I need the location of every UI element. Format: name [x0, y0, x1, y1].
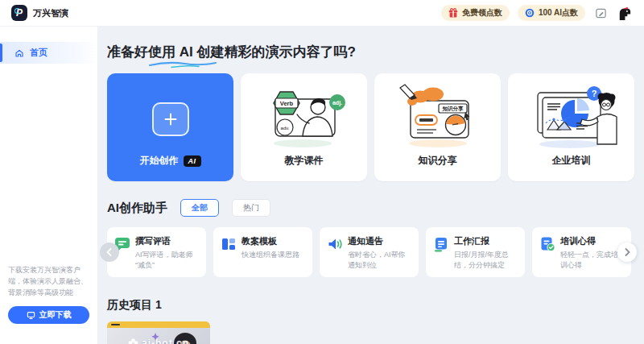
create-card-start-label: 开始创作 AI [140, 154, 201, 168]
download-button-label: 立即下载 [39, 309, 72, 321]
gift-icon [448, 8, 458, 18]
user-avatar[interactable] [616, 5, 633, 22]
create-card-training-label: 企业培训 [552, 154, 591, 168]
assistant-card-desc: 轻轻一点，完成培训心得 [560, 250, 624, 271]
thumbnail-watermark: ai-bot.cn AI工具集 ✦ [107, 321, 210, 344]
speaker-icon [327, 236, 343, 252]
home-icon [14, 48, 24, 58]
assistant-card-desc: 省时省心，AI帮你通知到位 [348, 250, 411, 271]
assistant-card-title: 教案模板 [242, 235, 299, 247]
topbar: P 万兴智演 免费领点数 100 AI点数 [0, 0, 644, 27]
history-project-thumbnail[interactable]: ai-bot.cn AI工具集 ✦ [107, 321, 210, 344]
tag-adv: adv. [280, 126, 289, 131]
ai-points-badge[interactable]: 100 AI点数 [518, 5, 585, 21]
download-promo-text: 下载安装万兴智演客户端，体验演示人景融合、背景消除等高级功能 [8, 265, 89, 299]
assistant-card-work-report[interactable]: 工作汇报 日报/月报/年度总结，分分钟搞定 [426, 227, 525, 277]
assistant-card-desc: AI写评语，助老师“减负” [135, 250, 199, 271]
create-card-teaching-label: 教学课件 [285, 154, 324, 168]
assistant-card-training-notes[interactable]: 培训心得 轻轻一点，完成培训心得 [532, 227, 631, 277]
app-logo-icon: P [11, 5, 27, 21]
download-promo: 下载安装万兴智演客户端，体验演示人景融合、背景消除等高级功能 立即下载 [8, 265, 89, 324]
assistant-card-desc: 快速组织备课思路 [242, 250, 299, 260]
carousel-left-arrow[interactable] [100, 242, 119, 262]
tag-verb: Verb [279, 100, 293, 107]
ai-points-label: 100 AI点数 [539, 7, 578, 19]
training-illustration: ? [522, 81, 621, 152]
knowledge-banner-label: 知识分享 [441, 106, 464, 112]
tag-adj: adj. [332, 100, 341, 106]
sidebar-item-home[interactable]: 首页 [0, 42, 97, 64]
ai-badge: AI [184, 155, 201, 167]
question-bubble-label: ? [591, 89, 597, 98]
teaching-illustration: Verb adv. adj. [255, 81, 353, 152]
knowledge-illustration: 知识分享 [389, 81, 487, 152]
history-section-title: 历史项目 1 [107, 298, 634, 313]
chevron-right-icon [622, 247, 632, 257]
create-card-start[interactable]: 开始创作 AI [107, 73, 233, 181]
start-create-text: 开始创作 [140, 154, 179, 168]
sidebar-item-home-label: 首页 [30, 47, 47, 59]
main-content: 准备好使用 AI 创建精彩的演示内容了吗? 开始创作 [97, 27, 644, 344]
ai-points-coin-icon [525, 8, 535, 18]
carousel-right-arrow[interactable] [617, 242, 637, 262]
assistant-card-title: 通知通告 [348, 235, 411, 247]
layout-grid-icon [221, 236, 237, 252]
assistant-card-notice[interactable]: 通知通告 省时省心，AI帮你通知到位 [320, 227, 419, 277]
feedback-icon[interactable] [593, 6, 608, 20]
create-card-training[interactable]: ? 企业培训 [508, 73, 634, 181]
create-card-teaching[interactable]: Verb adv. adj. 教学课件 [241, 73, 367, 181]
assistant-card-desc: 日报/月报/年度总结，分分钟搞定 [454, 250, 518, 271]
monitor-icon [27, 311, 35, 320]
chevron-left-icon [105, 247, 114, 257]
assistant-section-header: AI创作助手 全部 热门 [107, 199, 634, 217]
report-doc-icon [433, 236, 449, 252]
tab-all[interactable]: 全部 [180, 199, 219, 217]
sidebar: 首页 下载安装万兴智演客户端，体验演示人景融合、背景消除等高级功能 立即下载 [0, 27, 97, 344]
page-headline: 准备好使用 AI 创建精彩的演示内容了吗? [107, 43, 356, 61]
free-points-label: 免费领点数 [462, 7, 502, 19]
assistant-card-title: 撰写评语 [135, 235, 199, 247]
assistant-card-title: 培训心得 [560, 235, 624, 247]
doc-check-icon [539, 236, 555, 252]
free-points-badge[interactable]: 免费领点数 [441, 5, 510, 21]
app-name: 万兴智演 [33, 7, 68, 19]
create-card-row: 开始创作 AI Verb [107, 73, 634, 181]
assistant-card-row: 撰写评语 AI写评语，助老师“减负” 教案模板 快速组织备课思路 [107, 227, 634, 277]
watermark-flower-icon [128, 338, 138, 344]
assistant-card-title: 工作汇报 [454, 235, 518, 247]
download-button[interactable]: 立即下载 [8, 306, 89, 324]
assistant-section-title: AI创作助手 [107, 201, 167, 216]
create-card-knowledge[interactable]: 知识分享 知识分享 [374, 73, 501, 181]
create-card-knowledge-label: 知识分享 [419, 154, 457, 168]
assistant-card-lesson-plan[interactable]: 教案模板 快速组织备课思路 [213, 227, 312, 277]
page-headline-text: 准备好使用 AI 创建精彩的演示内容了吗? [107, 44, 356, 60]
headline-underline-decoration [147, 60, 218, 68]
plus-icon [152, 102, 189, 136]
tab-hot[interactable]: 热门 [232, 199, 270, 217]
assistant-card-comments[interactable]: 撰写评语 AI写评语，助老师“减负” [107, 227, 206, 277]
watermark-line1: ai-bot.cn [142, 338, 189, 344]
